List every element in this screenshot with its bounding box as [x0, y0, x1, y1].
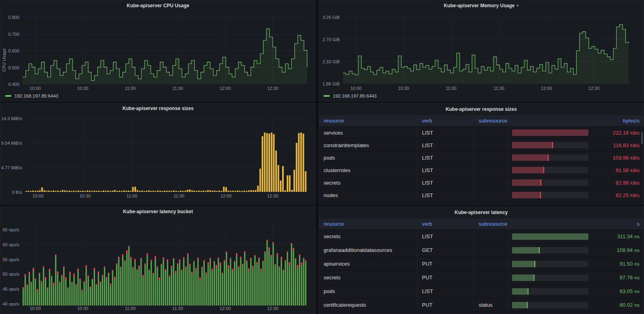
column-header-resource[interactable]: resource [319, 118, 417, 124]
cell-resource: secrets [319, 230, 417, 243]
svg-text:10:00: 10:00 [33, 193, 44, 198]
svg-text:12:00: 12:00 [221, 193, 232, 198]
svg-text:55 ops/s: 55 ops/s [2, 257, 19, 262]
cell-subresource [474, 257, 509, 270]
cell-subresource [474, 177, 509, 189]
cell-subresource [474, 139, 509, 151]
panel-cpu-usage: Kube-apiserver CPU Usage CPU Usage 10:00… [0, 0, 316, 102]
cell-verb: GET [417, 243, 474, 257]
svg-text:12:00: 12:00 [220, 86, 231, 91]
cell-resource: pods [319, 285, 417, 298]
y-axis-title: CPU Usage [2, 46, 6, 74]
memory-usage-chart[interactable]: 10:0010:3011:0011:3012:0012:301.86 GiB2.… [319, 11, 644, 102]
latency-bucket-chart[interactable]: 10:0010:3011:0011:3012:0012:3040 ops/s45… [0, 217, 316, 314]
svg-text:12:00: 12:00 [541, 86, 552, 91]
cell-resource: nodes [319, 189, 417, 201]
cell-verb: LIST [417, 127, 474, 139]
cell-resource: apiservices [319, 257, 417, 270]
svg-text:9.54 MiB/s: 9.54 MiB/s [1, 141, 22, 146]
gauge-fill [512, 274, 535, 281]
gauge-track [512, 261, 588, 267]
cell-gauge [509, 312, 644, 314]
cell-value: 60.02 ms [588, 302, 644, 308]
cell-subresource [474, 189, 509, 201]
gauge-track [512, 204, 588, 205]
table-row: podsLIST103.96 KiB/s [319, 152, 644, 164]
gauge-fill [512, 179, 541, 186]
legend-item[interactable]: 192.168.197.85:6443 [324, 94, 377, 98]
svg-text:2.79 GiB: 2.79 GiB [322, 37, 340, 42]
svg-text:10:30: 10:30 [77, 306, 89, 311]
column-header-verb[interactable]: verb [417, 221, 474, 227]
column-header-verb[interactable]: verb [417, 118, 474, 124]
svg-text:50 ops/s: 50 ops/s [2, 272, 19, 277]
column-header-value[interactable]: s [509, 221, 644, 227]
table-row [319, 312, 644, 314]
svg-text:12:30: 12:30 [267, 86, 279, 91]
svg-text:4.77 MiB/s: 4.77 MiB/s [1, 165, 22, 170]
cell-value: 82.99 KiB/s [588, 180, 644, 186]
panel-title-text: Kube-apiserver Memory Usage [444, 3, 514, 8]
cell-resource: secrets [319, 177, 417, 189]
gauge-fill [512, 192, 541, 198]
table-row: clusterrolesLIST91.56 KiB/s [319, 164, 644, 177]
gauge-fill [512, 129, 588, 136]
svg-text:0.400: 0.400 [8, 82, 19, 87]
cell-resource: secrets [319, 271, 417, 284]
column-header-resource[interactable]: resource [319, 221, 417, 227]
table-row: constrainttemplatesLIST116.83 KiB/s [319, 139, 644, 152]
cell-subresource [474, 271, 509, 284]
panel-title-memory[interactable]: Kube-apiserver Memory Usage ▾ [319, 0, 644, 11]
svg-text:0.700: 0.700 [8, 32, 19, 37]
cell-value: 87.76 ms [588, 274, 644, 281]
cell-gauge: 108.94 ms [509, 243, 644, 257]
table-row: servicesLIST222.16 KiB/s [319, 127, 644, 139]
panel-response-sizes-table: Kube-apiserver response sizes resourceve… [318, 103, 644, 205]
panel-title-response-table[interactable]: Kube-apiserver response sizes [319, 103, 644, 115]
response-sizes-chart[interactable]: 10:0010:3011:0011:3012:0012:300 B/s4.77 … [0, 114, 316, 205]
svg-text:0.600: 0.600 [8, 48, 19, 53]
gauge-track [512, 192, 588, 198]
svg-text:0 B/s: 0 B/s [12, 190, 23, 195]
table-row: certificaterequestsPUTstatus60.02 ms [319, 298, 644, 312]
scrollbar-thumb[interactable] [641, 131, 643, 144]
svg-text:12:30: 12:30 [267, 306, 279, 311]
cell-verb: PUT [417, 298, 474, 312]
cell-subresource [474, 164, 509, 176]
cell-subresource [474, 243, 509, 257]
gauge-fill [512, 142, 553, 148]
svg-text:11:00: 11:00 [125, 306, 136, 311]
legend-item[interactable]: 192.168.197.85:6443 [5, 94, 58, 98]
cell-resource: constrainttemplates [319, 139, 417, 151]
gauge-track [512, 288, 588, 295]
cell-value: 91.56 KiB/s [588, 167, 644, 173]
cell-verb: PUT [417, 257, 474, 270]
panel-title-latency[interactable]: Kube-apiserver latency [319, 206, 644, 218]
table-row: secretsLIST82.99 KiB/s [319, 177, 644, 189]
cell-verb: LIST [417, 189, 474, 201]
panel-title-latency-bucket[interactable]: Kube-apiserver latency bucket [0, 206, 316, 217]
cpu-usage-chart[interactable]: 10:0010:3011:0011:3012:0012:300.4000.500… [0, 11, 316, 102]
panel-title-text: Kube-apiserver latency [454, 210, 508, 215]
panel-title-response-sizes[interactable]: Kube-apiserver response sizes [0, 103, 316, 114]
gauge-fill [512, 261, 535, 267]
svg-text:10:30: 10:30 [77, 86, 89, 91]
cell-gauge: 60.02 ms [509, 298, 644, 312]
cell-verb: LIST [417, 285, 474, 298]
svg-text:12:30: 12:30 [267, 193, 279, 198]
column-header-value[interactable]: bytes/s [509, 118, 644, 124]
gauge-fill [512, 288, 528, 295]
legend-label: 192.168.197.85:6443 [14, 94, 58, 98]
cell-subresource [474, 127, 509, 139]
column-header-subresource[interactable]: subresource [474, 118, 509, 124]
cell-verb: LIST [417, 152, 474, 164]
svg-text:11:30: 11:30 [493, 86, 504, 91]
cell-gauge: 34.67 KiB/s [509, 202, 644, 205]
panel-title-cpu[interactable]: Kube-apiserver CPU Usage [0, 0, 316, 11]
cell-value: 82.25 KiB/s [588, 192, 644, 198]
gauge-track [512, 302, 588, 308]
column-header-subresource[interactable]: subresource [474, 221, 509, 227]
cell-gauge: 91.50 ms [509, 257, 644, 270]
cell-value: 34.67 KiB/s [588, 205, 644, 205]
gauge-track [512, 274, 588, 281]
